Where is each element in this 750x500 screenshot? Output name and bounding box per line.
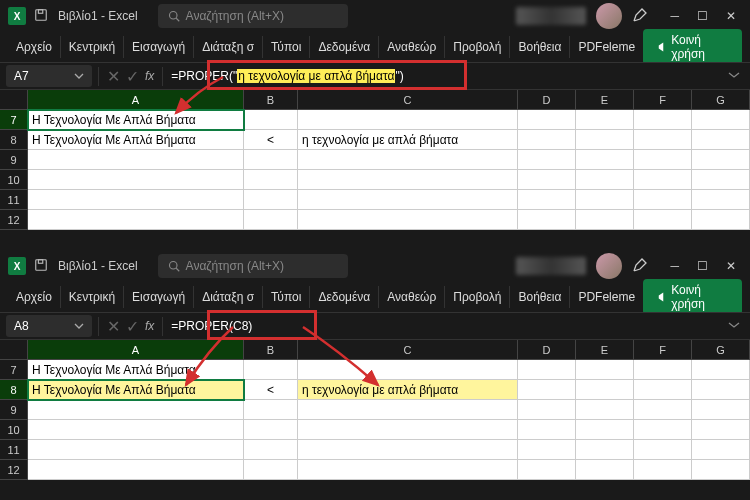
row-header[interactable]: 12 (0, 460, 28, 480)
row-header[interactable]: 10 (0, 170, 28, 190)
pen-icon[interactable] (632, 257, 648, 276)
cell[interactable]: η τεχνολογία με απλά βήματα (298, 380, 518, 400)
cancel-icon[interactable]: ✕ (107, 317, 120, 336)
cell[interactable] (298, 150, 518, 170)
cell[interactable] (244, 360, 298, 380)
cell[interactable] (634, 420, 692, 440)
search-input[interactable]: Αναζήτηση (Alt+X) (158, 4, 348, 28)
row-header[interactable]: 11 (0, 190, 28, 210)
fx-icon[interactable]: fx (145, 319, 154, 333)
column-header[interactable]: A (28, 340, 244, 360)
column-header[interactable]: D (518, 90, 576, 110)
cell[interactable] (298, 110, 518, 130)
cell[interactable] (576, 380, 634, 400)
maximize-button[interactable]: ☐ (697, 259, 708, 273)
cell[interactable] (576, 420, 634, 440)
ribbon-tab[interactable]: Βοήθεια (510, 286, 570, 308)
cell[interactable] (634, 400, 692, 420)
cell[interactable] (28, 190, 244, 210)
cell[interactable] (298, 420, 518, 440)
cell[interactable] (692, 460, 750, 480)
cell[interactable] (634, 170, 692, 190)
cell[interactable] (692, 150, 750, 170)
cell[interactable] (28, 170, 244, 190)
fx-icon[interactable]: fx (145, 69, 154, 83)
cell[interactable] (298, 400, 518, 420)
cell[interactable] (298, 190, 518, 210)
cell[interactable] (576, 150, 634, 170)
cell[interactable] (692, 440, 750, 460)
row-header[interactable]: 7 (0, 110, 28, 130)
ribbon-tab[interactable]: Διάταξη σ (194, 36, 263, 58)
cell[interactable] (298, 440, 518, 460)
cell[interactable] (244, 110, 298, 130)
row-header[interactable]: 7 (0, 360, 28, 380)
cell[interactable] (692, 170, 750, 190)
row-header[interactable]: 9 (0, 150, 28, 170)
close-button[interactable]: ✕ (726, 9, 736, 23)
cell[interactable] (298, 170, 518, 190)
column-header[interactable]: G (692, 90, 750, 110)
formula-input[interactable]: =PROPER("η τεχνολογία με απλά βήματα") (163, 67, 718, 85)
cell[interactable] (518, 210, 576, 230)
cell[interactable] (634, 380, 692, 400)
cell[interactable] (634, 360, 692, 380)
ribbon-tab[interactable]: Διάταξη σ (194, 286, 263, 308)
ribbon-tab[interactable]: Προβολή (445, 36, 510, 58)
cell[interactable] (634, 460, 692, 480)
cell[interactable] (244, 460, 298, 480)
formula-input[interactable]: =PROPER(C8) (163, 317, 718, 335)
row-header[interactable]: 10 (0, 420, 28, 440)
cell[interactable] (518, 130, 576, 150)
row-header[interactable]: 12 (0, 210, 28, 230)
cell[interactable]: < (244, 380, 298, 400)
select-all-corner[interactable] (0, 340, 28, 360)
expand-icon[interactable] (718, 67, 750, 85)
column-header[interactable]: A (28, 90, 244, 110)
cell[interactable] (692, 110, 750, 130)
column-header[interactable]: B (244, 90, 298, 110)
cell[interactable] (576, 130, 634, 150)
cell[interactable] (518, 420, 576, 440)
confirm-icon[interactable]: ✓ (126, 67, 139, 86)
column-header[interactable]: C (298, 90, 518, 110)
ribbon-tab[interactable]: Κεντρική (61, 36, 124, 58)
avatar[interactable] (596, 253, 622, 279)
cell[interactable]: Η Τεχνολογία Με Απλά Βήματα (28, 360, 244, 380)
cell[interactable] (298, 360, 518, 380)
column-header[interactable]: C (298, 340, 518, 360)
cell[interactable] (28, 210, 244, 230)
cell[interactable] (518, 400, 576, 420)
share-button[interactable]: Κοινή χρήση (643, 29, 742, 65)
cell[interactable] (518, 110, 576, 130)
cell[interactable] (518, 440, 576, 460)
cell[interactable] (576, 400, 634, 420)
cell[interactable] (28, 440, 244, 460)
cell[interactable] (576, 210, 634, 230)
column-header[interactable]: D (518, 340, 576, 360)
column-header[interactable]: E (576, 90, 634, 110)
ribbon-tab[interactable]: Εισαγωγή (124, 36, 194, 58)
cell[interactable] (28, 460, 244, 480)
ribbon-tab[interactable]: Αρχείο (8, 286, 61, 308)
ribbon-tab[interactable]: Κεντρική (61, 286, 124, 308)
minimize-button[interactable]: ─ (670, 9, 679, 23)
confirm-icon[interactable]: ✓ (126, 317, 139, 336)
minimize-button[interactable]: ─ (670, 259, 679, 273)
cell[interactable] (244, 170, 298, 190)
search-input[interactable]: Αναζήτηση (Alt+X) (158, 254, 348, 278)
cell[interactable] (692, 130, 750, 150)
maximize-button[interactable]: ☐ (697, 9, 708, 23)
expand-icon[interactable] (718, 317, 750, 335)
column-header[interactable]: B (244, 340, 298, 360)
cell[interactable] (244, 210, 298, 230)
close-button[interactable]: ✕ (726, 259, 736, 273)
cell[interactable]: Η Τεχνολογία Με Απλά Βήματα (28, 130, 244, 150)
ribbon-tab[interactable]: Δεδομένα (310, 286, 379, 308)
cell[interactable] (692, 400, 750, 420)
column-header[interactable]: F (634, 340, 692, 360)
save-icon[interactable] (34, 258, 48, 275)
avatar[interactable] (596, 3, 622, 29)
cell[interactable] (634, 440, 692, 460)
ribbon-tab[interactable]: Αναθεώρ (379, 36, 445, 58)
